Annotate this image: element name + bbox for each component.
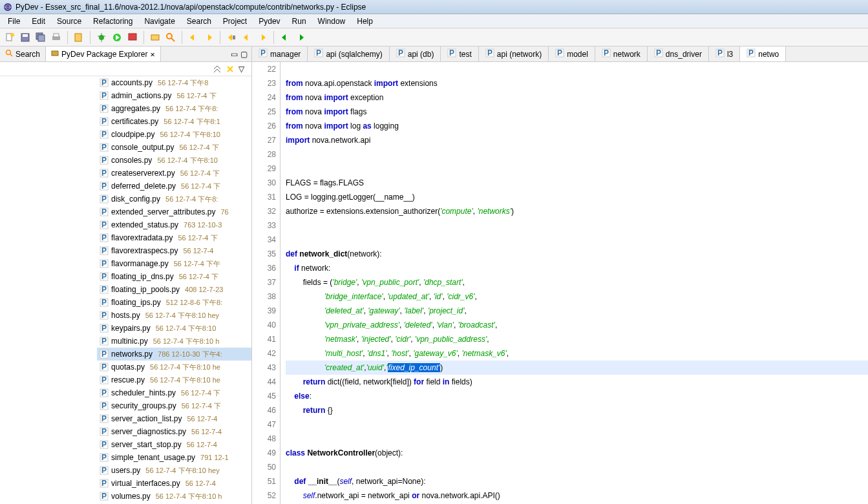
file-accounts-py[interactable]: Paccounts.py56 12-7-4 下午8 — [97, 76, 251, 89]
editor-tab-network[interactable]: Pnetwork — [595, 47, 648, 61]
last-edit-button[interactable] — [224, 30, 238, 45]
new-module-button[interactable] — [72, 30, 86, 45]
file-floating_ip_pools-py[interactable]: Pfloating_ip_pools.py408 12-7-23 — [97, 283, 251, 296]
file-networks-py[interactable]: Pnetworks.py786 12-10-30 下午4: — [97, 348, 251, 361]
package-explorer-tab[interactable]: PyDev Package Explorer ✕ — [46, 47, 161, 61]
file-extended_status-py[interactable]: Pextended_status.py763 12-10-3 — [97, 218, 251, 231]
svg-text:P: P — [101, 143, 107, 152]
editor-tab-api--sqlalchemy-[interactable]: Papi (sqlalchemy) — [308, 47, 389, 61]
menu-bar: FileEditSourceRefactoringNavigateSearchP… — [0, 14, 868, 28]
python-file-icon: P — [259, 48, 268, 59]
print-button[interactable] — [49, 30, 63, 45]
file-flavormanage-py[interactable]: Pflavormanage.py56 12-7-4 下午 — [97, 257, 251, 270]
editor-tab-l3[interactable]: Pl3 — [709, 47, 740, 61]
menu-edit[interactable]: Edit — [26, 16, 50, 27]
file-security_groups-py[interactable]: Psecurity_groups.py56 12-7-4 下 — [97, 399, 251, 412]
file-server_action_list-py[interactable]: Pserver_action_list.py56 12-7-4 — [97, 412, 251, 425]
menu-search[interactable]: Search — [182, 16, 217, 27]
file-aggregates-py[interactable]: Paggregates.py56 12-7-4 下午8: — [97, 102, 251, 115]
package-tree[interactable]: Paccounts.py56 12-7-4 下午8Padmin_actions.… — [0, 76, 251, 504]
editor-tab-api--db-[interactable]: Papi (db) — [390, 47, 441, 61]
editor-tab-test[interactable]: Ptest — [441, 47, 478, 61]
save-button[interactable] — [18, 30, 32, 45]
svg-marker-25 — [244, 34, 248, 41]
menu-window[interactable]: Window — [313, 16, 351, 27]
svg-text:P: P — [101, 362, 107, 372]
forward-button[interactable] — [255, 30, 270, 45]
file-hosts-py[interactable]: Phosts.py56 12-7-4 下午8:10 hey — [97, 309, 251, 322]
title-bar: PyDev - Essex_src_final_11.6/nova-2012.1… — [0, 0, 868, 14]
file-quotas-py[interactable]: Pquotas.py56 12-7-4 下午8:10 he — [97, 361, 251, 373]
svg-text:P: P — [101, 78, 107, 87]
editor-tab-manager[interactable]: Pmanager — [252, 47, 308, 61]
file-rescue-py[interactable]: Prescue.py56 12-7-4 下午8:10 he — [97, 373, 251, 386]
menu-navigate[interactable]: Navigate — [139, 16, 180, 27]
svg-marker-21 — [190, 34, 194, 41]
save-all-button[interactable] — [34, 30, 48, 45]
explorer-tab-label: PyDev Package Explorer — [61, 50, 147, 59]
file-deferred_delete-py[interactable]: Pdeferred_delete.py56 12-7-4 下 — [97, 180, 251, 193]
file-keypairs-py[interactable]: Pkeypairs.py56 12-7-4 下午8:10 — [97, 322, 251, 335]
file-createserverext-py[interactable]: Pcreateserverext.py56 12-7-4 下 — [97, 167, 251, 180]
link-editor-icon[interactable] — [226, 65, 235, 74]
debug-button[interactable] — [94, 30, 109, 45]
back-button[interactable] — [240, 30, 254, 45]
python-file-icon: P — [100, 220, 109, 229]
file-floating_ip_dns-py[interactable]: Pfloating_ip_dns.py56 12-7-4 下 — [97, 270, 251, 283]
next-word-button[interactable] — [293, 30, 308, 45]
search-view-tab[interactable]: Search — [0, 47, 46, 61]
editor-tab-api--network-[interactable]: Papi (network) — [479, 47, 549, 61]
editor-tab-model[interactable]: Pmodel — [549, 47, 595, 61]
menu-project[interactable]: Project — [218, 16, 252, 27]
close-icon[interactable]: ✕ — [150, 50, 154, 59]
python-file-icon: P — [100, 414, 109, 423]
menu-file[interactable]: File — [3, 16, 25, 27]
file-multinic-py[interactable]: Pmultinic.py56 12-7-4 下午8:10 h — [97, 335, 251, 348]
svg-text:P: P — [101, 324, 107, 333]
maximize-icon[interactable]: ▢ — [240, 50, 248, 59]
editor-tab-dns-driver[interactable]: Pdns_driver — [648, 47, 709, 61]
search-icon — [5, 49, 13, 59]
editor-tab-netwo[interactable]: Pnetwo — [740, 47, 786, 61]
file-flavorextraspecs-py[interactable]: Pflavorextraspecs.py56 12-7-4 — [97, 244, 251, 257]
file-volumes-py[interactable]: Pvolumes.py56 12-7-4 下午8:10 h — [97, 490, 251, 503]
run-button[interactable] — [110, 30, 124, 45]
file-extended_server_attributes-py[interactable]: Pextended_server_attributes.py76 — [97, 205, 251, 218]
file-floating_ips-py[interactable]: Pfloating_ips.py512 12-8-6 下午8: — [97, 296, 251, 309]
file-disk_config-py[interactable]: Pdisk_config.py56 12-7-4 下午8: — [97, 193, 251, 205]
menu-pydev[interactable]: Pydev — [253, 16, 285, 27]
file-server_diagnostics-py[interactable]: Pserver_diagnostics.py56 12-7-4 — [97, 425, 251, 438]
code-body[interactable]: from nova.api.openstack import extension… — [281, 62, 868, 504]
file-scheduler_hints-py[interactable]: Pscheduler_hints.py56 12-7-4 下 — [97, 386, 251, 399]
file-console_output-py[interactable]: Pconsole_output.py56 12-7-4 下 — [97, 141, 251, 154]
file-admin_actions-py[interactable]: Padmin_actions.py56 12-7-4 下 — [97, 89, 251, 102]
file-virtual_interfaces-py[interactable]: Pvirtual_interfaces.py56 12-7-4 — [97, 477, 251, 490]
file-simple_tenant_usage-py[interactable]: Psimple_tenant_usage.py791 12-1 — [97, 451, 251, 464]
open-type-button[interactable] — [148, 30, 162, 45]
minimize-icon[interactable]: ▭ — [231, 50, 238, 59]
prev-annotation-button[interactable] — [186, 30, 200, 45]
python-file-icon: P — [100, 194, 109, 204]
file-cloudpipe-py[interactable]: Pcloudpipe.py56 12-7-4 下午8:10 — [97, 128, 251, 141]
next-annotation-button[interactable] — [202, 30, 216, 45]
external-tools-button[interactable] — [125, 30, 140, 45]
file-certificates-py[interactable]: Pcertificates.py56 12-7-4 下午8:1 — [97, 115, 251, 128]
file-server_start_stop-py[interactable]: Pserver_start_stop.py56 12-7-4 — [97, 438, 251, 451]
new-button[interactable] — [3, 30, 17, 45]
file-users-py[interactable]: Pusers.py56 12-7-4 下午8:10 hey — [97, 464, 251, 477]
svg-text:P: P — [101, 401, 107, 410]
file-consoles-py[interactable]: Pconsoles.py56 12-7-4 下午8:10 — [97, 154, 251, 167]
collapse-all-icon[interactable] — [213, 65, 222, 74]
file-flavorextradata-py[interactable]: Pflavorextradata.py56 12-7-4 下 — [97, 231, 251, 244]
svg-text:P: P — [101, 169, 107, 178]
search-button[interactable] — [164, 30, 178, 45]
view-menu-icon[interactable]: ▽ — [238, 65, 248, 74]
menu-refactoring[interactable]: Refactoring — [88, 16, 138, 27]
code-editor[interactable]: 2223242526272829303132333435363738394041… — [252, 62, 868, 504]
python-file-icon: P — [100, 233, 109, 242]
python-file-icon: P — [100, 362, 109, 372]
menu-run[interactable]: Run — [287, 16, 312, 27]
prev-word-button[interactable] — [278, 30, 292, 45]
menu-source[interactable]: Source — [52, 16, 87, 27]
menu-help[interactable]: Help — [352, 16, 378, 27]
